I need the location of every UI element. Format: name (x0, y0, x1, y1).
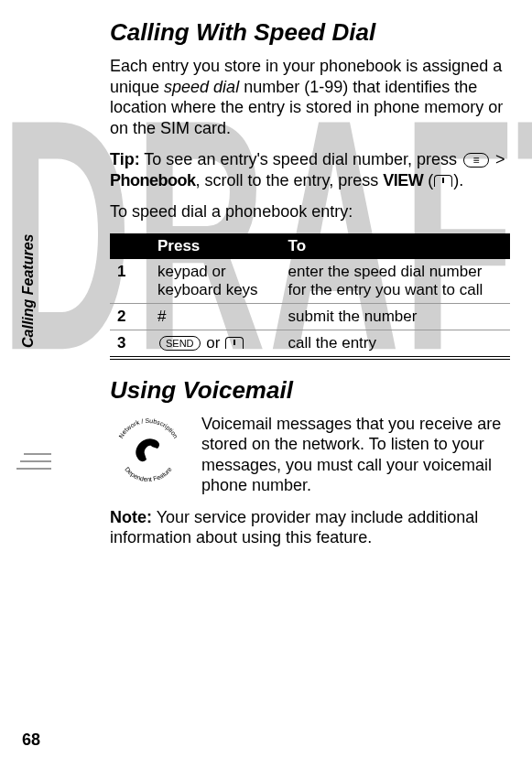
speed-dial-table: Press To 1 keypad or keyboard keys enter… (110, 233, 510, 360)
tip-label: Tip: (110, 150, 140, 168)
softkey-icon (225, 337, 244, 349)
speed-dial-intro: Each entry you store in your phonebook i… (110, 56, 510, 138)
tip-phonebook: Phonebook (110, 171, 196, 189)
svg-text:Network / Subscription: Network / Subscription (117, 416, 179, 438)
voicemail-block: Network / Subscription Dependent Feature… (110, 414, 510, 496)
row-num: 2 (110, 303, 150, 330)
row-to: call the entry (281, 330, 510, 358)
intro-italic: speed dial (164, 78, 239, 96)
voicemail-note: Note: Your service provider may include … (110, 507, 510, 548)
tip-text-1: To see an entry's speed dial number, pre… (140, 150, 461, 168)
table-row: 3 SEND or call the entry (110, 330, 510, 358)
softkey-icon (434, 175, 452, 187)
row-num: 1 (110, 259, 150, 304)
tip-text-3: ). (453, 171, 463, 189)
network-feature-icon: Network / Subscription Dependent Feature (110, 414, 187, 491)
page-content: Calling With Speed Dial Each entry you s… (0, 0, 532, 548)
tip-text-2: , scroll to the entry, press (196, 171, 384, 189)
table-row: 2 # submit the number (110, 303, 510, 330)
page-number: 68 (22, 730, 40, 750)
row-or: or (202, 334, 225, 352)
ring-bottom-text: Dependent Feature (124, 465, 173, 481)
row-press: keypad or keyboard keys (150, 259, 281, 304)
table-head-empty (110, 233, 150, 259)
voicemail-body: Voicemail messages that you receive are … (201, 414, 510, 496)
table-row: 1 keypad or keyboard keys enter the spee… (110, 259, 510, 304)
speed-dial-tip: Tip: To see an entry's speed dial number… (110, 149, 510, 190)
note-label: Note: (110, 508, 152, 526)
speed-dial-heading: Calling With Speed Dial (110, 18, 510, 47)
speed-dial-lead: To speed dial a phonebook entry: (110, 201, 510, 222)
voicemail-heading: Using Voicemail (110, 376, 510, 405)
table-head-to: To (281, 233, 510, 259)
note-text: Your service provider may include additi… (110, 508, 478, 547)
table-head-press: Press (150, 233, 281, 259)
ring-top-text: Network / Subscription (117, 416, 179, 438)
row-to: enter the speed dial number for the entr… (281, 259, 510, 304)
tip-gt: > (491, 150, 505, 168)
row-to: submit the number (281, 303, 510, 330)
row-press: # (150, 303, 281, 330)
tip-view: VIEW (383, 171, 423, 189)
svg-text:Dependent Feature: Dependent Feature (124, 465, 173, 481)
send-key-icon: SEND (159, 336, 201, 351)
row-press: SEND or (150, 330, 281, 358)
row-num: 3 (110, 330, 150, 358)
menu-key-icon: ≡ (463, 153, 489, 168)
